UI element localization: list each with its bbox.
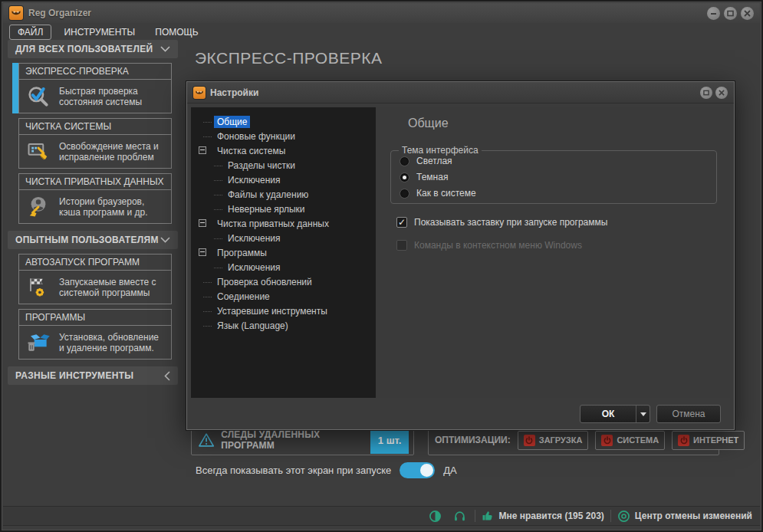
sidebar-item-title: ЭКСПРЕСС-ПРОВЕРКА [19, 64, 171, 80]
dialog-maximize-button[interactable] [700, 87, 712, 99]
tree-item-language[interactable]: Язык (Language) [191, 318, 376, 333]
optimization-system-button[interactable]: СИСТЕМА [595, 431, 665, 450]
user-broom-icon [24, 195, 53, 218]
radio-light-theme[interactable]: Светлая [400, 156, 452, 166]
sidebar-item-title: ЧИСТКА ПРИВАТНЫХ ДАННЫХ [19, 174, 171, 190]
tree-item-general[interactable]: Общие [191, 114, 376, 129]
titlebar[interactable]: Reg Organizer [3, 3, 760, 23]
tree-collapse-icon[interactable] [199, 146, 206, 154]
tree-item-update-check[interactable]: Проверка обновлений [191, 274, 376, 289]
minimize-button[interactable] [707, 7, 720, 20]
menu-file[interactable]: ФАЙЛ [9, 25, 51, 40]
statusbar-separator [610, 510, 611, 522]
checkbox-show-splash[interactable]: Показывать заставку при запуске программ… [396, 217, 607, 228]
contrast-icon [429, 510, 442, 523]
toggle-knob [420, 464, 433, 477]
undo-center-button[interactable]: Центр отмены изменений [617, 510, 752, 523]
app-logo-icon [193, 87, 206, 99]
dialog-title: Настройки [210, 87, 258, 98]
theme-contrast-button[interactable] [426, 508, 444, 524]
startup-toggle-label: Всегда показывать этот экран при запуске [196, 465, 391, 476]
like-label: Мне нравится (195 203) [498, 511, 603, 521]
settings-panel: Общие Тема интерфейса Светлая Темная Как… [376, 107, 730, 398]
magnifier-check-icon [24, 84, 53, 109]
radio-icon [400, 156, 409, 166]
power-icon [678, 435, 689, 446]
checkbox-icon [396, 240, 407, 251]
tree-item-exclusions[interactable]: Исключения [191, 231, 376, 245]
maximize-button[interactable] [724, 7, 737, 20]
tree-item-background-functions[interactable]: Фоновые функции [191, 129, 376, 143]
ok-button[interactable]: ОК [580, 405, 650, 423]
chevron-left-icon [164, 371, 170, 381]
menubar: ФАЙЛ ИНСТРУМЕНТЫ ПОМОЩЬ [3, 23, 760, 41]
tree-item-connection[interactable]: Соединение [191, 289, 376, 304]
sidebar-section-all-users[interactable]: ДЛЯ ВСЕХ ПОЛЬЗОВАТЕЛЕЙ [8, 40, 178, 58]
sidebar-item-programs[interactable]: ПРОГРАММЫ Установка, обновление и удален… [18, 309, 172, 360]
monitor-broom-icon [24, 140, 53, 163]
tree-item-files-to-delete[interactable]: Файлы к удалению [191, 187, 376, 202]
power-icon [601, 435, 613, 446]
checkbox-checked-icon [396, 217, 407, 228]
page-title: ЭКСПРЕСС-ПРОВЕРКА [195, 49, 382, 67]
app-window: Reg Organizer ФАЙЛ ИНСТРУМЕНТЫ ПОМОЩЬ ДЛ… [0, 0, 763, 532]
sidebar-item-private-data-cleanup[interactable]: ЧИСТКА ПРИВАТНЫХ ДАННЫХ Истории браузеро… [18, 173, 172, 224]
chevron-down-icon [160, 237, 170, 243]
tree-item-exclusions[interactable]: Исключения [191, 260, 376, 274]
tree-item-programs[interactable]: Программы [191, 245, 376, 260]
tree-item-cleanup-sections[interactable]: Разделы чистки [191, 158, 376, 172]
sidebar-item-express-check[interactable]: ЭКСПРЕСС-ПРОВЕРКА Быстрая проверка состо… [18, 63, 172, 113]
section-label: РАЗНЫЕ ИНСТРУМЕНТЫ [15, 370, 133, 381]
sidebar-item-title: ПРОГРАММЫ [19, 310, 171, 326]
chevron-down-icon [160, 46, 170, 52]
tree-item-legacy-tools[interactable]: Устаревшие инструменты [191, 304, 376, 318]
dialog-close-button[interactable] [715, 87, 728, 99]
close-button[interactable] [741, 7, 754, 20]
sidebar-section-misc-tools[interactable]: РАЗНЫЕ ИНСТРУМЕНТЫ [8, 366, 178, 385]
menu-tools[interactable]: ИНСТРУМЕНТЫ [56, 25, 143, 39]
tree-item-system-cleanup[interactable]: Чистка системы [191, 143, 376, 158]
tree-item-invalid-shortcuts[interactable]: Неверные ярлыки [191, 202, 376, 216]
box-trash-icon [24, 330, 53, 355]
checkbox-context-menu: Команды в контекстном меню Windows [396, 240, 582, 251]
sidebar: ДЛЯ ВСЕХ ПОЛЬЗОВАТЕЛЕЙ ЭКСПРЕСС-ПРОВЕРКА… [8, 40, 178, 389]
tree-collapse-icon[interactable] [199, 248, 206, 256]
sidebar-section-advanced-users[interactable]: ОПЫТНЫМ ПОЛЬЗОВАТЕЛЯМ [8, 231, 178, 249]
tree-collapse-icon[interactable] [199, 219, 206, 227]
optimizations-label: ОПТИМИЗАЦИИ: [435, 435, 511, 445]
radio-system-theme[interactable]: Как в системе [400, 188, 476, 199]
thumbs-up-icon [482, 510, 494, 522]
panel-heading: Общие [408, 117, 449, 130]
sidebar-item-autostart[interactable]: АВТОЗАПУСК ПРОГРАММ Запускаемые вместе с… [18, 254, 172, 304]
optimization-internet-button[interactable]: ИНТЕРНЕТ [672, 431, 745, 450]
sidebar-item-desc: Освобождение места и исправление проблем [59, 141, 166, 163]
dialog-titlebar[interactable]: Настройки [187, 82, 734, 103]
sidebar-item-desc: Запускаемые вместе с системой программы [59, 277, 166, 298]
optimization-label: ИНТЕРНЕТ [693, 435, 738, 445]
sidebar-item-system-cleanup[interactable]: ЧИСТКА СИСТЕМЫ Освобождение места и испр… [18, 118, 172, 169]
theme-group-label: Тема интерфейса [399, 145, 482, 156]
traces-label: СЛЕДЫ УДАЛЕННЫХ ПРОГРАММ [221, 429, 364, 451]
startup-toggle[interactable] [400, 462, 435, 478]
headphones-icon [453, 510, 466, 523]
radio-dark-theme[interactable]: Темная [400, 172, 448, 182]
menu-help[interactable]: ПОМОЩЬ [147, 25, 206, 39]
optimization-label: СИСТЕМА [617, 435, 659, 445]
section-label: ДЛЯ ВСЕХ ПОЛЬЗОВАТЕЛЕЙ [15, 44, 153, 54]
tree-item-exclusions[interactable]: Исключения [191, 172, 376, 187]
support-button[interactable] [450, 508, 469, 524]
optimization-startup-button[interactable]: ЗАГРУЗКА [518, 431, 589, 450]
startup-toggle-row: Всегда показывать этот экран при запуске… [196, 462, 457, 478]
startup-toggle-state: ДА [443, 465, 456, 476]
settings-dialog: Настройки Общие Фоновые функции Чистка с… [186, 81, 735, 430]
radio-checked-icon [400, 172, 409, 182]
cancel-button[interactable]: Отмена [656, 405, 721, 423]
sidebar-item-title: АВТОЗАПУСК ПРОГРАММ [19, 255, 171, 271]
radio-icon [400, 189, 409, 199]
undo-center-label: Центр отмены изменений [635, 511, 752, 521]
power-icon [524, 435, 535, 446]
like-button[interactable]: Мне нравится (195 203) [482, 510, 603, 522]
tree-item-private-data-cleanup[interactable]: Чистка приватных данных [191, 216, 376, 231]
dialog-footer: ОК Отмена [187, 398, 734, 429]
ok-dropdown-arrow-icon[interactable] [636, 412, 650, 416]
